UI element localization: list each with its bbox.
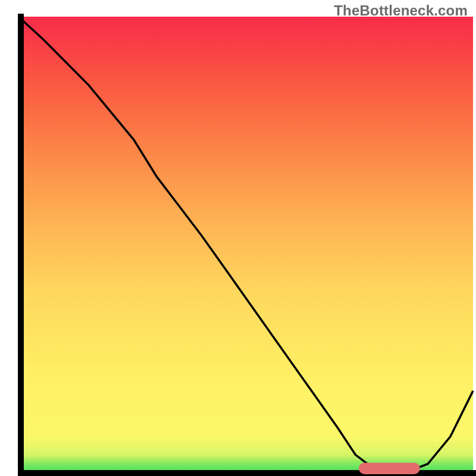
attribution-watermark: TheBottleneck.com (334, 2, 468, 19)
chart-svg (0, 0, 476, 476)
bottleneck-chart: TheBottleneck.com (0, 0, 476, 476)
